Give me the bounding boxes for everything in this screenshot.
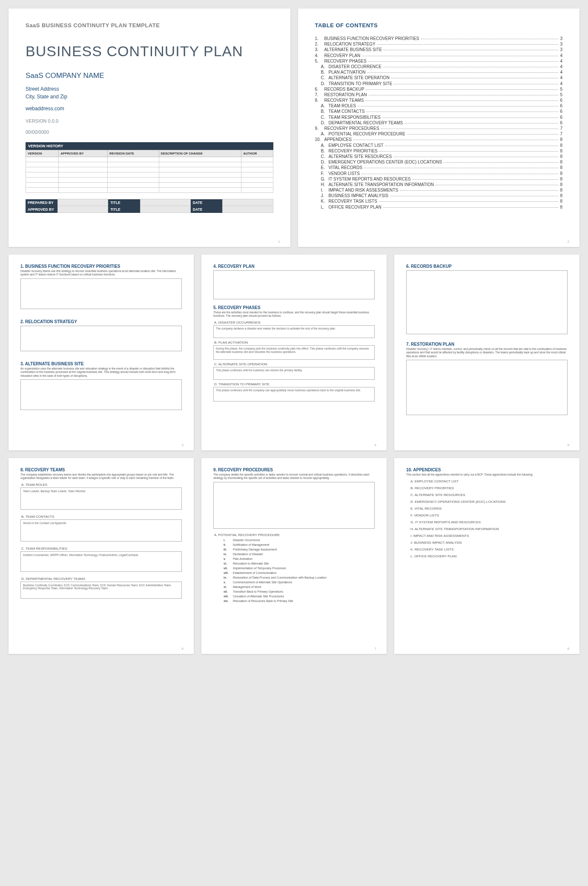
page-number: 4 bbox=[375, 443, 376, 447]
page-number: 5 bbox=[568, 443, 569, 447]
toc-entry: C.ALTERNATE SITE OPERATION4 bbox=[319, 75, 563, 80]
team-roles-box: Team Leader, Backup Team Leader, Team Me… bbox=[20, 487, 182, 510]
departmental-teams-title: D. DEPARTMENTAL RECOVERY TEAMS bbox=[21, 577, 182, 581]
toc-entry: K.RECOVERY TASK LISTS8 bbox=[319, 199, 563, 204]
appendix-item: G. IT SYSTEM REPORTS AND RESOURCES bbox=[410, 520, 568, 524]
toc-entry: 5.RECOVERY PHASES4 bbox=[315, 59, 563, 63]
toc-entry: 6.RECORDS BACKUP5 bbox=[315, 87, 563, 92]
toc-entry: 8.RECOVERY TEAMS6 bbox=[315, 98, 563, 103]
procedure-step: xi.Management of Work bbox=[224, 585, 375, 588]
section-5-title: 5. RECOVERY PHASES bbox=[213, 305, 375, 310]
toc-entry: 1.BUSINESS FUNCTION RECOVERY PRIORITIES3 bbox=[315, 36, 563, 41]
page-number: 7 bbox=[375, 647, 376, 651]
version-label: VERSION 0.0.0 bbox=[26, 118, 273, 123]
toc-entry: D.EMERGENCY OPERATIONS CENTER (EOC) LOCA… bbox=[319, 160, 563, 164]
date-label: 00/00/0000 bbox=[26, 129, 273, 135]
page-number: 1 bbox=[278, 240, 280, 244]
appendix-item: A. EMPLOYEE CONTACT LIST bbox=[410, 479, 568, 483]
section-7-box bbox=[406, 360, 568, 415]
page-number: 6 bbox=[182, 647, 184, 651]
approved-by-label: APPROVED BY bbox=[26, 206, 58, 213]
potential-procedure-title: A. POTENTIAL RECOVERY PROCEDURE bbox=[214, 533, 375, 537]
team-responsibilities-title: C. TEAM RESPONSIBILITIES bbox=[21, 547, 182, 551]
section-1-box bbox=[20, 278, 182, 309]
toc-entry: D.DEPARTMENTAL RECOVERY TEAMS6 bbox=[319, 120, 563, 125]
vh-col: REVISION DATE bbox=[108, 150, 159, 157]
toc-entry: H.ALTERNATE SITE TRANSPORTATION INFORMAT… bbox=[319, 182, 563, 187]
section-1-title: 1. BUSINESS FUNCTION RECOVERY PRIORITIES bbox=[20, 264, 182, 269]
section-9-desc: The company details the specific activit… bbox=[213, 473, 375, 480]
toc-entry: 7.RESTORATION PLAN5 bbox=[315, 92, 563, 97]
section-3-title: 3. ALTERNATE BUSINESS SITE bbox=[20, 361, 182, 366]
page-1-cover: SaaS BUSINESS CONTINUITY PLAN TEMPLATE B… bbox=[9, 9, 290, 247]
document-title: BUSINESS CONTINUITY PLAN bbox=[26, 43, 273, 60]
departmental-teams-box: Business Continuity Coordinator, EOC Com… bbox=[20, 582, 182, 599]
vh-col: AUTHOR bbox=[241, 150, 273, 157]
prepared-by-label: PREPARED BY bbox=[26, 199, 58, 206]
appendix-item: J. BUSINESS IMPACT ANALYSIS bbox=[410, 541, 568, 545]
toc-entry: 3.ALTERNATE BUSINESS SITE3 bbox=[315, 47, 563, 52]
toc-title: TABLE OF CONTENTS bbox=[315, 22, 563, 29]
section-3-box bbox=[20, 379, 182, 410]
section-9-title: 9. RECOVERY PROCEDURES bbox=[213, 467, 375, 472]
page-5: 6. RECORDS BACKUP 7. RESTORATION PLAN Di… bbox=[394, 255, 579, 450]
appendix-list: A. EMPLOYEE CONTACT LISTB. RECOVERY PRIO… bbox=[410, 479, 568, 558]
toc-entry: E.VITAL RECORDS8 bbox=[319, 165, 563, 170]
toc-entry: 9.RECOVERY PROCEDURES7 bbox=[315, 126, 563, 131]
date-label-sig: DATE bbox=[190, 199, 223, 206]
toc-entry: A.TEAM ROLES6 bbox=[319, 103, 563, 108]
appendix-item: F. VENDOR LISTS bbox=[410, 513, 568, 517]
phase-d-title: D. TRANSITION TO PRIMARY SITE bbox=[214, 382, 375, 386]
section-6-title: 6. RECORDS BACKUP bbox=[406, 264, 568, 269]
page-6: 8. RECOVERY TEAMS The company establishe… bbox=[9, 458, 194, 654]
procedure-step: xiv.Relocation of Resources Back to Prim… bbox=[224, 599, 375, 602]
title-label: TITLE bbox=[108, 199, 141, 206]
appendix-item: C. ALTERNATE SITE RESOURCES bbox=[410, 493, 568, 497]
phase-d-box: This phase continues until the company c… bbox=[213, 387, 375, 401]
section-3-desc: An organization uses the alternate busin… bbox=[20, 367, 182, 378]
procedure-step: vi.Relocation to Alternate Site bbox=[224, 562, 375, 565]
procedure-step: xii.Transition Back to Primary Operation… bbox=[224, 590, 375, 593]
procedure-step: xiii.Cessation of Alternate Site Procedu… bbox=[224, 595, 375, 598]
procedure-step: x.Commencement of Alternate Site Operati… bbox=[224, 581, 375, 584]
row-2: 1. BUSINESS FUNCTION RECOVERY PRIORITIES… bbox=[9, 255, 579, 450]
toc-entry: B.PLAN ACTIVATION4 bbox=[319, 70, 563, 75]
vh-col: VERSION bbox=[26, 150, 59, 157]
toc-entry: A.EMPLOYEE CONTACT LIST8 bbox=[319, 143, 563, 148]
section-10-desc: This section lists all the appendices ne… bbox=[406, 473, 568, 476]
procedure-step: ix.Restoration of Data Process and Commu… bbox=[224, 576, 375, 579]
section-4-title: 4. RECOVERY PLAN bbox=[213, 264, 375, 269]
procedure-step: ii.Notification of Management bbox=[224, 543, 375, 546]
appendix-item: D. EMERGENCY OPERATIONS CENTER (EOC) LOC… bbox=[410, 500, 568, 504]
page-8: 10. APPENDICES This section lists all th… bbox=[394, 458, 579, 654]
toc-entry: A.POTENTIAL RECOVERY PROCEDURE7 bbox=[319, 132, 563, 136]
team-roles-title: A. TEAM ROLES bbox=[21, 483, 182, 487]
section-2-box bbox=[20, 326, 182, 351]
toc-entry: 4.RECOVERY PLAN4 bbox=[315, 53, 563, 58]
section-4-box bbox=[213, 270, 375, 299]
phase-c-box: This phase continues until the business … bbox=[213, 367, 375, 380]
appendix-item: K. RECOVERY TASK LISTS bbox=[410, 548, 568, 551]
page-number: 3 bbox=[182, 443, 184, 447]
appendix-item: I. IMPACT AND RISK ASSESSMENTS bbox=[410, 534, 568, 538]
section-2-title: 2. RELOCATION STRATEGY bbox=[20, 319, 182, 324]
toc-entry: C.ALTERNATE SITE RESOURCES8 bbox=[319, 154, 563, 159]
team-contacts-box: Stored in the Contact List Appendix bbox=[20, 519, 182, 542]
procedure-steps: i.Disaster Occurrenceii.Notification of … bbox=[224, 539, 375, 602]
appendix-item: L. OFFICE RECOVERY PLAN bbox=[410, 554, 568, 558]
page-3: 1. BUSINESS FUNCTION RECOVERY PRIORITIES… bbox=[9, 255, 194, 450]
row-3: 8. RECOVERY TEAMS The company establishe… bbox=[9, 458, 579, 654]
toc-entry: A.DISASTER OCCURRENCE4 bbox=[319, 64, 563, 69]
toc-entry: L.OFFICE RECOVERY PLAN8 bbox=[319, 205, 563, 209]
template-header: SaaS BUSINESS CONTINUITY PLAN TEMPLATE bbox=[26, 22, 273, 29]
procedure-step: iv.Declaration of Disaster bbox=[224, 553, 375, 556]
company-name: SaaS COMPANY NAME bbox=[26, 72, 273, 80]
section-7-desc: Disaster recovery / IT teams maintain, c… bbox=[406, 347, 568, 358]
section-9-box bbox=[213, 482, 375, 529]
toc-entry: I.IMPACT AND RISK ASSESSMENTS8 bbox=[319, 188, 563, 192]
toc-entry: D.TRANSITION TO PRIMARY SITE4 bbox=[319, 81, 563, 86]
toc-entry: J.BUSINESS IMPACT ANALYSIS8 bbox=[319, 193, 563, 198]
appendix-item: E. VITAL RECORDS bbox=[410, 507, 568, 510]
procedure-step: iii.Preliminary Damage Assessment bbox=[224, 548, 375, 551]
appendix-item: B. RECOVERY PRIORITIES bbox=[410, 486, 568, 490]
